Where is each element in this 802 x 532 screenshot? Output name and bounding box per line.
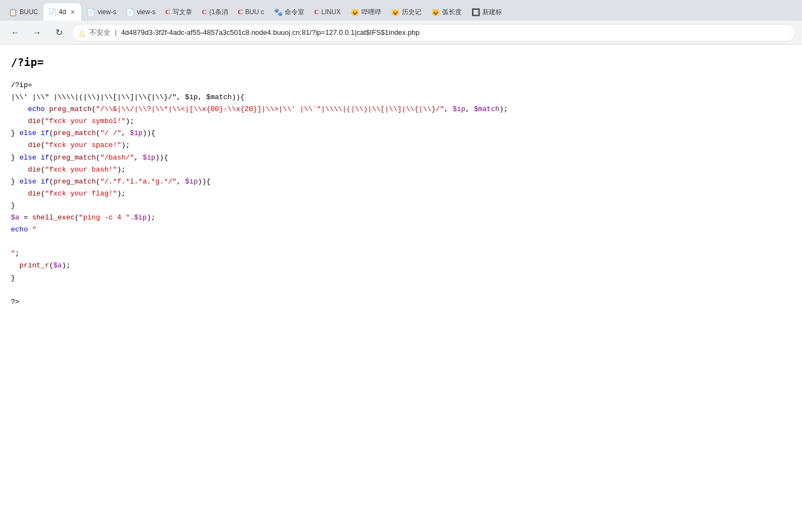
address-bar[interactable]: △ 不安全 | 4d4879d3-3f2f-4adc-af55-4857a3c5… <box>72 24 795 41</box>
tab-label-arc: 弧长度 <box>442 8 462 17</box>
tab-label-history: 历史记 <box>402 8 421 17</box>
insecure-label: 不安全 <box>89 28 111 38</box>
tab-close-4d[interactable]: ✕ <box>68 8 77 16</box>
back-button[interactable]: ← <box>7 24 24 41</box>
tab-buuc2[interactable]: C BUU c <box>234 3 268 21</box>
tab-history[interactable]: 😺 历史记 <box>387 3 426 21</box>
tab-icon-history: 😺 <box>391 8 400 16</box>
tab-icon-write: C <box>165 8 170 16</box>
tab-icon-new: 🔲 <box>472 8 480 16</box>
tab-4d[interactable]: 📄 4d ✕ <box>44 3 81 21</box>
tab-label-4d: 4d <box>59 8 66 16</box>
tab-new[interactable]: 🔲 新建标 <box>467 3 506 21</box>
page-title: /?ip= <box>11 53 791 71</box>
tab-icon-bilibili: 😺 <box>351 8 359 16</box>
address-separator: | <box>115 28 117 36</box>
tab-views1[interactable]: 📄 view-s <box>82 3 120 21</box>
toolbar: ← → ↻ △ 不安全 | 4d4879d3-3f2f-4adc-af55-48… <box>0 21 802 45</box>
tab-bilibili[interactable]: 😺 哔哩哔 <box>346 3 385 21</box>
page-content: /?ip= /?ip= |\\' |\\" |\\\\|(|\\)|\\[|\\… <box>0 45 802 532</box>
tab-icon-arc: 😺 <box>431 8 440 16</box>
tab-label-new: 新建标 <box>482 8 502 17</box>
browser-frame: 📋 BUUC 📄 4d ✕ 📄 view-s 📄 view-s C 写文章 C … <box>0 0 802 532</box>
tab-bar: 📋 BUUC 📄 4d ✕ 📄 view-s 📄 view-s C 写文章 C … <box>0 0 802 21</box>
tab-icon-1msg: C <box>202 8 207 16</box>
code-block: /?ip= |\\' |\\" |\\\\|(|\\)|\\[|\\]|\\{|… <box>11 80 791 308</box>
tab-label-views2: view-s <box>137 8 155 16</box>
tab-label-1msg: (1条消 <box>209 8 228 17</box>
tab-cmd[interactable]: 🐾 命令室 <box>270 3 309 21</box>
tab-write[interactable]: C 写文章 <box>161 3 196 21</box>
tab-label-cmd: 命令室 <box>285 8 304 17</box>
tab-buuc[interactable]: 📋 BUUC <box>4 3 42 21</box>
tab-label-buuc2: BUU c <box>245 8 264 16</box>
reload-button[interactable]: ↻ <box>50 24 68 41</box>
forward-button[interactable]: → <box>28 24 46 41</box>
url-text: 4d4879d3-3f2f-4adc-af55-4857a3c501c8.nod… <box>121 28 419 36</box>
tab-icon-views2: 📄 <box>126 8 134 16</box>
tab-icon-buuc2: C <box>238 8 243 16</box>
tab-views2[interactable]: 📄 view-s <box>121 3 160 21</box>
tab-label-write: 写文章 <box>173 8 192 17</box>
tab-label-bilibili: 哔哩哔 <box>362 8 381 17</box>
tab-linux[interactable]: C LINUX <box>310 3 345 21</box>
tab-icon-linux: C <box>314 8 319 16</box>
tab-label-linux: LINUX <box>321 8 340 16</box>
tab-icon-cmd: 🐾 <box>274 8 283 16</box>
tab-arc[interactable]: 😺 弧长度 <box>427 3 466 21</box>
tab-icon-buuc: 📋 <box>9 8 17 16</box>
tab-1msg[interactable]: C (1条消 <box>198 3 232 21</box>
warning-icon: △ <box>79 28 85 37</box>
tab-icon-views1: 📄 <box>87 8 95 16</box>
tab-label-views1: view-s <box>97 8 116 16</box>
tab-label-buuc: BUUC <box>20 8 38 16</box>
tab-icon-4d: 📄 <box>48 8 57 16</box>
